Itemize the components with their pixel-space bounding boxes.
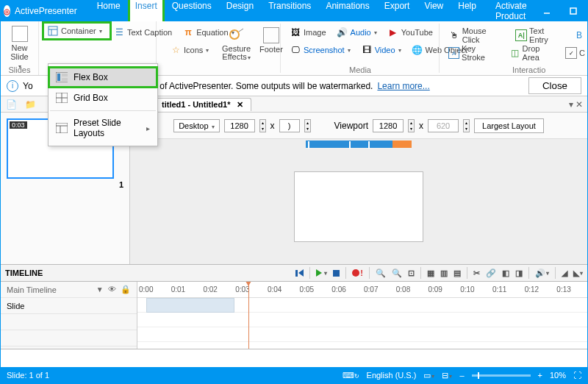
maximize-button[interactable]	[560, 1, 587, 21]
status-lang[interactable]: English (U.S.)	[367, 371, 417, 380]
qa-save-icon[interactable]: 📁	[24, 99, 36, 110]
width-input[interactable]: 1280	[224, 119, 255, 132]
tl-zoom-fit[interactable]: ⊡	[408, 269, 415, 278]
text-caption-button[interactable]: ☰Text Caption	[110, 24, 176, 40]
minimize-button[interactable]	[534, 1, 560, 21]
tl-link[interactable]: 🔗	[486, 269, 496, 278]
svg-point-7	[230, 30, 239, 39]
container-button[interactable]: Container▾	[43, 23, 110, 39]
slide-track-row[interactable]: Slide	[1, 298, 137, 314]
ribbon-group-slides: NewSlide ▾ Slides	[1, 21, 39, 75]
icons-button[interactable]: ☆Icons▾	[166, 42, 212, 58]
screenshot-button[interactable]: 🖵Screenshot▾	[286, 42, 354, 58]
timeline-header: TIMELINE ▾ ! 🔍 🔍 ⊡ ▦ ▥ ▤ ✂ 🔗 ◧ ◨ 🔊▾ ◢	[1, 264, 587, 282]
zoom-out[interactable]: –	[459, 371, 464, 380]
vpw-spin[interactable]: ▴▾	[408, 119, 415, 132]
timeline-track-labels: Main Timeline ▼ 👁 🔒 Slide	[1, 282, 137, 349]
tab-overflow[interactable]: ▾ ✕	[569, 99, 583, 110]
info-text: on of ActivePresenter. Some outputs will…	[148, 81, 373, 91]
timeline-title: TIMELINE	[5, 269, 43, 277]
zoom-fit[interactable]: ⛶	[573, 371, 581, 380]
footer-button[interactable]: Footer	[254, 24, 289, 54]
svg-rect-11	[62, 78, 68, 81]
status-bar: Slide: 1 of 1 ⌨↻ English (U.S.) ▭▾ ⊟▾ – …	[1, 367, 587, 383]
canvas-toolbar: Desktop ▾ 1280 ▴▾ x ) ▴▾ Viewport 1280 ▴…	[130, 113, 587, 139]
qa-new-icon[interactable]: 📄	[5, 99, 17, 110]
status-kbd-icon[interactable]: ⌨↻	[343, 371, 359, 380]
tl-cut[interactable]: ✂	[473, 269, 480, 278]
info-icon: i	[7, 80, 18, 92]
key-stroke-button[interactable]: AKey Stroke	[445, 42, 503, 64]
tl-stop[interactable]	[333, 270, 340, 277]
tl-b[interactable]: ◨	[515, 269, 523, 278]
zoom-slider[interactable]	[472, 374, 531, 377]
keystroke-icon: A	[448, 47, 459, 59]
app-icon: ◎	[4, 5, 10, 17]
mouse-click-icon: 🖱	[448, 29, 460, 41]
zoom-in[interactable]: +	[538, 371, 542, 380]
height-spin[interactable]: ▴▾	[304, 119, 311, 132]
audio-button[interactable]: 🔊Audio▾	[333, 24, 381, 40]
playhead[interactable]	[248, 282, 249, 349]
vp-height-input[interactable]: 620	[428, 119, 459, 132]
tl-grid1[interactable]: ▦	[427, 269, 434, 278]
breakpoint-ruler	[130, 139, 587, 149]
status-view2[interactable]: ⊟▾	[442, 371, 452, 380]
svg-rect-9	[57, 74, 60, 81]
largest-layout-button[interactable]: Largest Layout	[474, 118, 544, 133]
container-icon	[47, 25, 59, 37]
tl-brightness[interactable]: ◢	[562, 269, 567, 278]
thumb-time: 0:03	[10, 121, 27, 129]
tl-grid2[interactable]: ▥	[440, 269, 448, 278]
tab-close-icon[interactable]: ✕	[237, 100, 243, 109]
tl-zoom-in[interactable]: 🔍	[376, 269, 386, 278]
main-timeline-row[interactable]: Main Timeline ▼ 👁 🔒	[1, 282, 137, 298]
tl-grid3[interactable]: ▤	[453, 269, 461, 278]
slide-canvas[interactable]	[294, 171, 423, 242]
image-button[interactable]: 🖼Image	[286, 24, 330, 40]
document-tab[interactable]: titled1 - Untitled1*✕	[154, 98, 251, 111]
image-icon: 🖼	[290, 26, 301, 38]
device-select[interactable]: Desktop ▾	[173, 119, 219, 132]
youtube-button[interactable]: ▶YouTube	[384, 24, 437, 40]
vph-spin[interactable]: ▴▾	[463, 119, 470, 132]
tl-zoom-out[interactable]: 🔍	[392, 269, 402, 278]
height-input[interactable]: )	[279, 119, 300, 132]
equation-icon: π	[182, 26, 194, 38]
canvas-stage[interactable]	[130, 149, 587, 264]
status-view1[interactable]: ▭▾	[423, 371, 434, 380]
c-button[interactable]: ✓C	[563, 42, 587, 64]
status-slide: Slide: 1 of 1	[7, 371, 49, 380]
dd-flex-box[interactable]: Flex Box	[49, 67, 157, 88]
gesture-icon	[229, 27, 245, 43]
timeline-ruler[interactable]: 0:000:010:020:030:040:050:060:070:080:09…	[137, 282, 587, 298]
dd-preset-layouts[interactable]: Preset Slide Layouts	[49, 113, 157, 143]
tl-vol[interactable]: 🔊▾	[535, 269, 549, 278]
audio-icon: 🔊	[337, 26, 348, 38]
tl-play[interactable]: ▾	[316, 269, 327, 277]
text-caption-icon: ☰	[113, 26, 125, 38]
slide-clip[interactable]	[146, 298, 234, 313]
info-close[interactable]: Close	[528, 77, 581, 94]
tl-record[interactable]: !	[352, 269, 363, 277]
breakpoint-bar[interactable]	[306, 141, 412, 148]
vp-width-input[interactable]: 1280	[373, 119, 404, 132]
info-link[interactable]: Learn more...	[377, 81, 429, 91]
drop-area-button[interactable]: ◫Drop Area	[506, 42, 561, 64]
svg-rect-1	[570, 8, 576, 14]
app-name: ActivePresenter	[15, 6, 77, 16]
screenshot-icon: 🖵	[290, 44, 301, 56]
timeline-tracks[interactable]: 0:000:010:020:030:040:050:060:070:080:09…	[137, 282, 587, 349]
grid-box-icon	[56, 92, 68, 104]
video-button[interactable]: 🎞Video▾	[357, 42, 405, 58]
b-icon: B	[573, 29, 585, 41]
new-slide-button[interactable]: NewSlide ▾	[5, 23, 34, 71]
tl-a[interactable]: ◧	[502, 269, 509, 278]
width-spin[interactable]: ▴▾	[259, 119, 266, 132]
dd-grid-box[interactable]: Grid Box	[49, 88, 157, 108]
tl-contrast[interactable]: ◣▾	[573, 269, 583, 278]
gesture-effects-button[interactable]: GestureEffects▾	[216, 24, 257, 62]
viewport-label: Viewport	[334, 121, 368, 131]
tl-prev[interactable]	[295, 269, 304, 277]
titlebar: ◎ ActivePresenter Home Insert Questions …	[1, 1, 587, 21]
